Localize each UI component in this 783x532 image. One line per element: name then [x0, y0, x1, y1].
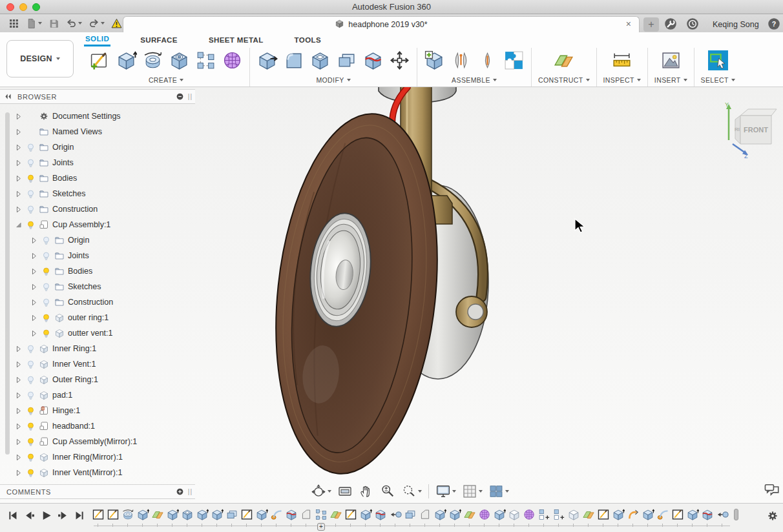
timeline-ruler[interactable] — [94, 526, 730, 526]
hole-button[interactable] — [169, 50, 190, 74]
browser-item[interactable]: Origin — [0, 232, 195, 248]
timeline-feature-pattern[interactable] — [313, 507, 328, 522]
expand-arrow-icon[interactable] — [14, 376, 23, 384]
visibility-bulb-on-icon[interactable] — [26, 406, 36, 416]
orbit-button[interactable] — [309, 482, 333, 500]
timeline-feature-sketch[interactable] — [670, 507, 685, 522]
go-to-end-button[interactable] — [74, 509, 86, 524]
browser-item[interactable]: Sketches — [0, 186, 195, 201]
expand-arrow-icon[interactable] — [14, 190, 23, 198]
ribbon-group-label[interactable]: CREATE — [149, 76, 183, 84]
look-at-button[interactable] — [335, 482, 355, 500]
visibility-bulb-off-icon[interactable] — [26, 189, 36, 199]
expand-arrow-icon[interactable] — [30, 298, 38, 307]
timeline-feature-body[interactable] — [566, 507, 581, 522]
browser-panel-header[interactable]: BROWSER || — [0, 89, 195, 104]
app-grid-button[interactable] — [6, 17, 21, 30]
browser-item-label[interactable]: Inner Vent(Mirror):1 — [52, 468, 122, 477]
expand-arrow-icon[interactable] — [14, 345, 23, 353]
timeline-group-expand[interactable]: + — [317, 523, 325, 531]
step-forward-button[interactable] — [57, 509, 69, 524]
visibility-bulb-on-icon[interactable] — [41, 313, 51, 323]
display-settings-button[interactable] — [433, 482, 458, 500]
browser-item-label[interactable]: pad:1 — [52, 391, 72, 400]
browser-item[interactable]: Inner Vent:1 — [0, 356, 195, 372]
chevron-down-icon[interactable] — [328, 490, 331, 493]
expand-arrow-icon[interactable] — [14, 128, 23, 136]
browser-item[interactable]: Cup Assembly:1 — [0, 217, 195, 232]
timeline-feature-combine[interactable] — [224, 507, 239, 522]
ribbon-group-label[interactable]: SELECT — [701, 76, 735, 84]
timeline-feature-revolve[interactable] — [120, 507, 135, 522]
as-built-joint-button[interactable] — [477, 50, 498, 74]
close-tab-button[interactable]: × — [626, 19, 631, 29]
chevron-down-icon[interactable] — [38, 22, 42, 25]
play-button[interactable] — [40, 509, 52, 524]
ribbon-group-label[interactable]: CONSTRUCT — [538, 76, 590, 84]
browser-item-label[interactable]: Inner Ring(Mirror):1 — [52, 453, 123, 462]
select-button[interactable] — [707, 50, 729, 74]
expand-arrow-icon[interactable] — [30, 283, 38, 291]
timeline-feature-form[interactable] — [477, 507, 492, 522]
visibility-bulb-off-icon[interactable] — [26, 158, 36, 168]
timeline-feature-extrude[interactable] — [685, 507, 700, 522]
timeline-feature-form[interactable] — [521, 507, 536, 522]
visibility-bulb-off-icon[interactable] — [26, 344, 36, 354]
timeline-feature-extrude[interactable] — [611, 507, 625, 522]
browser-item-label[interactable]: Hinge:1 — [52, 406, 80, 415]
browser-item[interactable]: Origin — [0, 139, 195, 155]
timeline-feature-split-body[interactable] — [373, 507, 388, 522]
timeline-feature-sketch[interactable] — [239, 507, 254, 522]
collapse-arrow-icon[interactable] — [14, 221, 23, 229]
expand-arrow-icon[interactable] — [14, 438, 23, 446]
timeline-feature-split-body[interactable] — [284, 507, 298, 522]
ribbon-group-label[interactable]: INSPECT — [603, 76, 641, 84]
insert-addin-button[interactable] — [503, 50, 525, 74]
timeline-feature-extrude[interactable] — [640, 507, 655, 522]
pattern-button[interactable] — [195, 50, 216, 74]
browser-item-label[interactable]: Outer Ring:1 — [52, 375, 98, 384]
timeline-feature-construction-plane[interactable] — [581, 507, 596, 522]
expand-arrow-icon[interactable] — [14, 391, 23, 400]
browser-item-label[interactable]: Construction — [68, 298, 113, 307]
pan-button[interactable] — [357, 482, 376, 500]
visibility-bulb-off-icon[interactable] — [26, 375, 36, 385]
comments-panel-header[interactable]: COMMENTS || — [0, 484, 195, 499]
ribbon-tab-solid[interactable]: SOLID — [84, 33, 110, 46]
move-button[interactable] — [389, 50, 410, 74]
timeline-feature-chamfer[interactable] — [417, 507, 432, 522]
timeline-feature-sketch[interactable] — [105, 507, 120, 522]
timeline-feature-extrude[interactable] — [432, 507, 447, 522]
step-back-button[interactable] — [23, 509, 36, 524]
visibility-bulb-on-icon[interactable] — [41, 329, 51, 338]
browser-item-label[interactable]: Bodies — [52, 174, 77, 183]
expand-arrow-icon[interactable] — [14, 143, 23, 152]
timeline-feature-component-plus[interactable] — [551, 507, 566, 522]
timeline-settings-gear-icon[interactable] — [766, 509, 779, 522]
timeline-feature-construction-plane[interactable] — [150, 507, 165, 522]
browser-item[interactable]: Sketches — [0, 279, 195, 294]
redo-button[interactable] — [87, 17, 107, 30]
timeline-feature-shell[interactable] — [180, 507, 194, 522]
browser-item-label[interactable]: Cup Assembly:1 — [52, 220, 110, 229]
combine-button[interactable] — [336, 50, 357, 74]
expand-arrow-icon[interactable] — [30, 252, 38, 260]
fillet-button[interactable] — [283, 50, 304, 74]
zoom-button[interactable] — [378, 482, 397, 500]
browser-item-label[interactable]: Named Views — [52, 127, 102, 136]
chevron-down-icon[interactable] — [418, 490, 422, 493]
timeline-position-marker[interactable] — [734, 509, 738, 520]
browser-item[interactable]: Inner Ring(Mirror):1 — [0, 449, 195, 465]
visibility-bulb-on-icon[interactable] — [41, 267, 51, 276]
3d-viewport[interactable]: FRONT RI Y Z BROWSER || Document Setting… — [0, 87, 783, 503]
expand-arrow-icon[interactable] — [30, 267, 38, 276]
visibility-bulb-on-icon[interactable] — [26, 453, 36, 462]
visibility-bulb-off-icon[interactable] — [26, 205, 36, 214]
browser-scrollbar[interactable] — [5, 112, 10, 455]
expand-arrow-icon[interactable] — [30, 329, 38, 338]
browser-item[interactable]: Outer Ring:1 — [0, 372, 195, 387]
browser-item[interactable]: Bodies — [0, 170, 195, 186]
create-sketch-button[interactable] — [89, 50, 110, 74]
press-pull-button[interactable] — [256, 50, 278, 74]
timeline-feature-extrude[interactable] — [194, 507, 209, 522]
